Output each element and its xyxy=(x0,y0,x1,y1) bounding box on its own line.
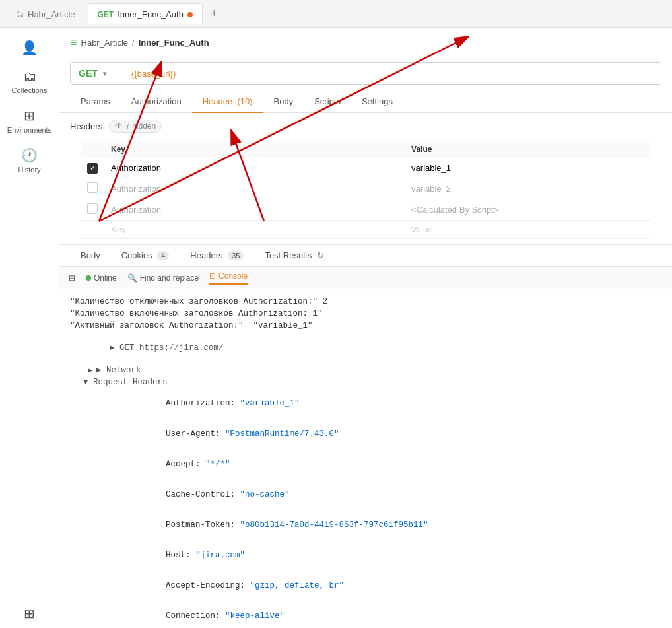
table-row: Authorization variable_2 xyxy=(81,178,651,199)
console-network-section: ▶ Network ▼ Request Headers Authorizatio… xyxy=(83,363,661,629)
online-label: Online xyxy=(94,273,117,283)
resp-tab-headers[interactable]: Headers 35 xyxy=(180,245,254,267)
console-line: "Активный заголовок Authorization:" "var… xyxy=(70,320,661,331)
header-key[interactable]: Authorization xyxy=(104,178,405,199)
add-tab-button[interactable]: + xyxy=(205,4,223,23)
tab-habr-article[interactable]: 🗂 Habr_Article xyxy=(5,3,85,24)
header-value[interactable]: <Calculated By Script> xyxy=(405,199,651,220)
resp-tab-body[interactable]: Body xyxy=(70,245,111,267)
sidebar-item-grid[interactable]: ⊞ xyxy=(0,599,59,628)
environments-icon: ⊞ xyxy=(24,108,35,123)
headers-label: Headers xyxy=(70,122,102,131)
online-dot xyxy=(86,275,91,281)
tab-label: Habr_Article xyxy=(28,9,75,19)
tab-settings[interactable]: Settings xyxy=(351,91,403,113)
grid-icon: ⊞ xyxy=(24,606,35,621)
col-value: Value xyxy=(405,141,651,158)
breadcrumb-separator: / xyxy=(132,38,135,48)
header-value[interactable]: variable_1 xyxy=(405,158,651,178)
url-bar: GET ▼ xyxy=(70,62,661,85)
checkbox-cell[interactable] xyxy=(81,199,104,220)
tab-method: GET xyxy=(98,10,114,19)
method-select[interactable]: GET ▼ xyxy=(71,63,123,84)
console-line: "Количество включённых заголовков Author… xyxy=(70,308,661,320)
console-request-line[interactable]: ▶ GET https://jira.com/ xyxy=(70,331,661,363)
breadcrumb-collection[interactable]: Habr_Article xyxy=(81,38,129,48)
cookies-badge: 4 xyxy=(157,251,169,260)
checkbox-cell[interactable] xyxy=(81,158,104,178)
checkbox-cell-placeholder xyxy=(81,220,104,238)
sidebar-item-label: Environments xyxy=(7,126,51,134)
headers-title: Headers 👁 7 hidden xyxy=(70,120,661,133)
tab-scripts[interactable]: Scripts xyxy=(304,91,351,113)
tab-body[interactable]: Body xyxy=(263,91,304,113)
tab-authorization[interactable]: Authorization xyxy=(121,91,192,113)
tab-inner-func-auth[interactable]: GET Inner_Func_Auth xyxy=(88,3,203,24)
console-req-headers: Authorization: "variable_1" User-Agent: … xyxy=(96,388,661,629)
console-icon: ⊡ xyxy=(209,271,216,281)
sidebar-item-history[interactable]: 🕐 History xyxy=(0,141,59,180)
console-req-headers-toggle[interactable]: ▼ Request Headers xyxy=(83,376,661,388)
breadcrumb: ≡ Habr_Article / Inner_Func_Auth xyxy=(59,28,672,55)
sidebar-item-user[interactable]: 👤 xyxy=(0,33,59,62)
checkbox-cell[interactable] xyxy=(81,178,104,199)
layout-icon: ⊟ xyxy=(69,273,75,283)
headers-section: Headers 👁 7 hidden xyxy=(59,113,672,135)
status-console[interactable]: ⊡ Console xyxy=(209,271,248,285)
user-icon: 👤 xyxy=(21,40,38,55)
row-checkbox[interactable] xyxy=(87,203,98,214)
console-header-line: Host: "jira.com" xyxy=(96,540,661,571)
console-req-headers-section: ▼ Request Headers Authorization: "variab… xyxy=(83,376,661,629)
header-key[interactable]: Authorization xyxy=(104,199,405,220)
sidebar-item-label: History xyxy=(18,166,40,174)
hidden-badge[interactable]: 👁 7 hidden xyxy=(109,120,162,133)
console-header-line: Authorization: "variable_1" xyxy=(96,388,661,419)
header-value-placeholder[interactable]: Value xyxy=(405,220,651,238)
sidebar-item-collections[interactable]: 🗂 Collections xyxy=(0,62,59,101)
console-network-header[interactable]: ▶ Network xyxy=(88,363,661,376)
col-key: Key xyxy=(104,141,405,158)
sidebar-item-environments[interactable]: ⊞ Environments xyxy=(0,101,59,141)
breadcrumb-icon: ≡ xyxy=(70,36,77,50)
refresh-icon: ↻ xyxy=(317,250,324,260)
search-icon: 🔍 xyxy=(127,273,137,283)
status-online[interactable]: Online xyxy=(86,273,117,283)
eye-icon: 👁 xyxy=(115,122,123,131)
col-checkbox xyxy=(81,141,104,158)
sidebar-item-label: Collections xyxy=(12,87,48,94)
console-header-line: Connection: "keep-alive" xyxy=(96,601,661,629)
table-row: Authorization <Calculated By Script> xyxy=(81,199,651,220)
headers-table: Key Value Authorization variable_1 xyxy=(81,141,651,239)
row-checkbox[interactable] xyxy=(87,182,98,193)
header-value[interactable]: variable_2 xyxy=(405,178,651,199)
breadcrumb-current: Inner_Func_Auth xyxy=(139,38,209,48)
tab-headers[interactable]: Headers (10) xyxy=(192,91,263,113)
status-layout[interactable]: ⊟ xyxy=(69,273,75,283)
request-tabs: Params Authorization Headers (10) Body S… xyxy=(59,91,672,113)
tab-dirty-dot xyxy=(187,12,193,17)
table-row-placeholder: Key Value xyxy=(81,220,651,238)
console-header-line: Cache-Control: "no-cache" xyxy=(96,479,661,510)
resp-tab-test-results[interactable]: Test Results ↻ xyxy=(254,245,334,267)
headers-badge: 35 xyxy=(228,251,244,260)
status-bar: ⊟ Online 🔍 Find and replace ⊡ Console xyxy=(59,267,672,289)
tab-params[interactable]: Params xyxy=(70,91,121,113)
header-key-placeholder[interactable]: Key xyxy=(104,220,405,238)
content-area: ≡ Habr_Article / Inner_Func_Auth GET ▼ P… xyxy=(59,28,672,628)
url-input[interactable] xyxy=(123,63,661,84)
resp-tab-cookies[interactable]: Cookies 4 xyxy=(111,245,180,267)
main-layout: 👤 🗂 Collections ⊞ Environments 🕐 History… xyxy=(0,28,672,628)
sidebar: 👤 🗂 Collections ⊞ Environments 🕐 History… xyxy=(0,28,59,628)
console-header-line: Accept: "*/*" xyxy=(96,449,661,479)
console-header-line: User-Agent: "PostmanRuntime/7.43.0" xyxy=(96,419,661,449)
method-label: GET xyxy=(79,68,98,79)
headers-table-wrapper: Key Value Authorization variable_1 xyxy=(59,135,672,239)
collections-icon: 🗂 xyxy=(23,69,36,84)
console-header-line: Accept-Encoding: "gzip, deflate, br" xyxy=(96,571,661,601)
history-icon: 🕐 xyxy=(21,147,38,163)
status-find-replace[interactable]: 🔍 Find and replace xyxy=(127,273,199,283)
row-checkbox[interactable] xyxy=(87,163,98,174)
chevron-down-icon: ▼ xyxy=(102,70,108,77)
console-label: Console xyxy=(218,271,248,281)
header-key[interactable]: Authorization xyxy=(104,158,405,178)
